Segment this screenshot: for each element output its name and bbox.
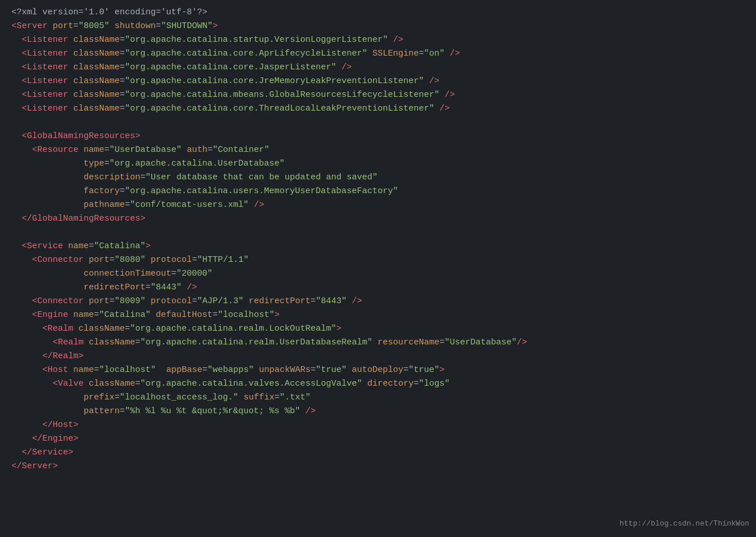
code-block: <?xml version='1.0' encoding='utf-8'?><S… xyxy=(0,0,756,496)
code-line: <Listener className="org.apache.catalina… xyxy=(11,75,745,88)
code-line: </Host> xyxy=(11,418,745,432)
code-line: <Connector port="8080" protocol="HTTP/1.… xyxy=(11,253,745,267)
watermark: http://blog.csdn.net/ThinkWon xyxy=(620,518,749,530)
code-line: <?xml version='1.0' encoding='utf-8'?> xyxy=(11,6,745,19)
code-line: </Service> xyxy=(11,446,745,460)
code-line: <Server port="8005" shutdown="SHUTDOWN"> xyxy=(11,19,745,33)
code-line: <Listener className="org.apache.catalina… xyxy=(11,47,745,61)
code-line xyxy=(11,226,745,240)
code-line: factory="org.apache.catalina.users.Memor… xyxy=(11,185,745,198)
code-line: pattern="%h %l %u %t &quot;%r&quot; %s %… xyxy=(11,405,745,418)
code-line: prefix="localhost_access_log." suffix=".… xyxy=(11,391,745,405)
code-line: <Listener className="org.apache.catalina… xyxy=(11,102,745,116)
code-line: <Connector port="8009" protocol="AJP/1.3… xyxy=(11,295,745,308)
code-line: <Resource name="UserDatabase" auth="Cont… xyxy=(11,143,745,157)
code-line: <Host name="localhost" appBase="webapps"… xyxy=(11,363,745,377)
code-line: </Server> xyxy=(11,460,745,473)
code-line xyxy=(11,116,745,130)
code-line: redirectPort="8443" /> xyxy=(11,281,745,295)
code-line: <Realm className="org.apache.catalina.re… xyxy=(11,336,745,350)
code-line: </Engine> xyxy=(11,432,745,446)
code-line: <Service name="Catalina"> xyxy=(11,240,745,253)
code-line: <GlobalNamingResources> xyxy=(11,130,745,143)
code-line: <Valve className="org.apache.catalina.va… xyxy=(11,377,745,391)
code-line: <Realm className="org.apache.catalina.re… xyxy=(11,322,745,336)
code-line: <Listener className="org.apache.catalina… xyxy=(11,88,745,102)
code-line: connectionTimeout="20000" xyxy=(11,267,745,281)
code-line: <Engine name="Catalina" defaultHost="loc… xyxy=(11,308,745,322)
code-line: description="User database that can be u… xyxy=(11,171,745,185)
code-line: <Listener className="org.apache.catalina… xyxy=(11,61,745,75)
code-line: </Realm> xyxy=(11,350,745,363)
code-line: pathname="conf/tomcat-users.xml" /> xyxy=(11,198,745,212)
code-line: <Listener className="org.apache.catalina… xyxy=(11,33,745,47)
code-line: type="org.apache.catalina.UserDatabase" xyxy=(11,157,745,171)
code-line: </GlobalNamingResources> xyxy=(11,212,745,226)
